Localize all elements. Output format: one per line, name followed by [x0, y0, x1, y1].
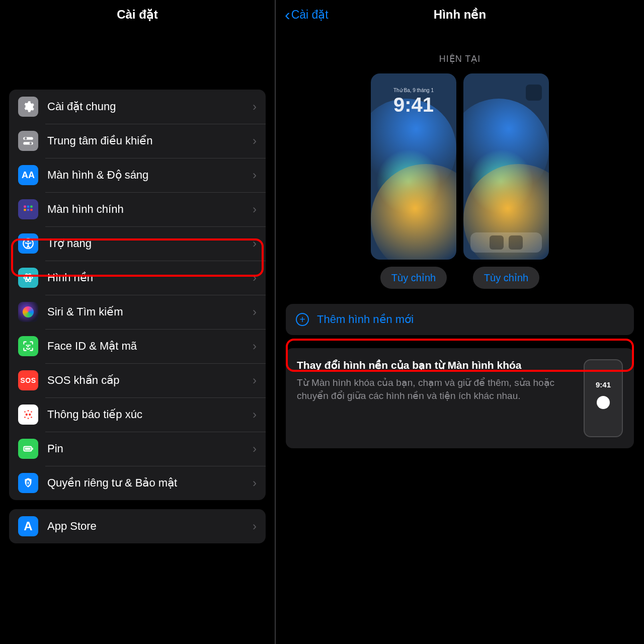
- svg-rect-6: [30, 205, 32, 207]
- chevron-right-icon: ›: [253, 373, 257, 387]
- widget-icon: [526, 85, 542, 101]
- chevron-right-icon: ›: [253, 305, 257, 319]
- sos-icon: SOS: [18, 370, 38, 390]
- row-label: Pin: [47, 442, 253, 455]
- row-label: Siri & Tìm kiếm: [47, 305, 253, 318]
- appstore-icon: A: [18, 516, 38, 536]
- svg-point-3: [29, 142, 32, 144]
- svg-rect-5: [27, 205, 29, 207]
- chevron-right-icon: ›: [253, 100, 257, 114]
- chevron-right-icon: ›: [253, 134, 257, 148]
- svg-point-22: [28, 410, 29, 412]
- svg-point-1: [25, 137, 27, 140]
- chevron-right-icon: ›: [253, 339, 257, 353]
- row-label: Trung tâm điều khiển: [47, 134, 253, 147]
- back-label: Cài đặt: [291, 8, 329, 22]
- tip-thumb-icon: 9:41: [584, 359, 623, 437]
- chevron-right-icon: ›: [253, 168, 257, 182]
- wallpaper-previews: Thứ Ba, 9 tháng 1 9:41 Tùy chỉnh Tùy chỉ…: [276, 73, 644, 289]
- wallpaper-pane: ‹ Cài đặt Hình nền HIỆN TẠI Thứ Ba, 9 th…: [276, 0, 644, 644]
- row-label: Trợ năng: [47, 237, 253, 250]
- settings-pane: Cài đặt Cài đặt chung › Trung tâm điều k…: [0, 0, 276, 644]
- lock-screen-preview[interactable]: Thứ Ba, 9 tháng 1 9:41 Tùy chỉnh: [371, 73, 456, 289]
- display-icon: AA: [18, 165, 38, 185]
- settings-group: Cài đặt chung › Trung tâm điều khiển › A…: [9, 90, 266, 500]
- row-label: Face ID & Mật mã: [47, 340, 253, 353]
- svg-point-13: [24, 276, 32, 280]
- add-wallpaper-label: Thêm hình nền mới: [317, 313, 414, 326]
- settings-row-control-center[interactable]: Trung tâm điều khiển ›: [9, 124, 266, 158]
- page-title: Cài đặt: [117, 8, 158, 22]
- chevron-right-icon: ›: [253, 236, 257, 251]
- back-button[interactable]: ‹ Cài đặt: [285, 7, 329, 23]
- lock-date: Thứ Ba, 9 tháng 1: [371, 88, 456, 93]
- settings-title-bar: Cài đặt: [0, 0, 275, 29]
- settings-row-exposure[interactable]: Thông báo tiếp xúc ›: [9, 397, 266, 432]
- settings-row-siri[interactable]: Siri & Tìm kiếm ›: [9, 295, 266, 329]
- privacy-icon: [18, 473, 38, 493]
- svg-point-23: [28, 418, 29, 419]
- row-label: Quyền riêng tư & Bảo mật: [47, 476, 253, 490]
- svg-rect-25: [32, 448, 33, 450]
- tip-title: Thay đổi hình nền của bạn từ Màn hình kh…: [297, 359, 574, 371]
- faceid-icon: [18, 336, 38, 356]
- svg-point-19: [31, 411, 32, 413]
- settings-row-appstore[interactable]: A App Store ›: [9, 509, 266, 543]
- settings-row-general[interactable]: Cài đặt chung ›: [9, 90, 266, 124]
- settings-row-sos[interactable]: SOS SOS khẩn cấp ›: [9, 363, 266, 397]
- current-header: HIỆN TẠI: [276, 53, 644, 64]
- home-thumb: [463, 73, 549, 260]
- settings-row-display[interactable]: AA Màn hình & Độ sáng ›: [9, 158, 266, 192]
- customize-lock-button[interactable]: Tùy chỉnh: [380, 267, 447, 289]
- svg-point-21: [31, 417, 32, 418]
- tip-card: Thay đổi hình nền của bạn từ Màn hình kh…: [286, 348, 634, 448]
- row-label: Cài đặt chung: [47, 100, 253, 113]
- settings-row-home-screen[interactable]: Màn hình chính ›: [9, 192, 266, 226]
- settings-row-faceid[interactable]: Face ID & Mật mã ›: [9, 329, 266, 363]
- accessibility-icon: [18, 233, 38, 254]
- svg-rect-7: [24, 209, 26, 211]
- home-screen-icon: [18, 199, 38, 219]
- dock-icon: [470, 232, 542, 253]
- add-wallpaper-button[interactable]: + Thêm hình nền mới: [286, 304, 634, 335]
- tip-body: Từ Màn hình khóa của bạn, chạm và giữ để…: [297, 376, 574, 402]
- chevron-right-icon: ›: [253, 202, 257, 216]
- siri-icon: [18, 302, 38, 322]
- cursor-dot-icon: [597, 396, 610, 409]
- row-label: Màn hình & Độ sáng: [47, 169, 253, 182]
- chevron-left-icon: ‹: [285, 7, 290, 23]
- wallpaper-icon: [18, 268, 38, 288]
- row-label: Thông báo tiếp xúc: [47, 408, 253, 421]
- lock-time: 9:41: [371, 94, 456, 116]
- svg-point-20: [24, 417, 26, 418]
- plus-circle-icon: +: [296, 313, 309, 326]
- svg-rect-4: [24, 205, 26, 207]
- chevron-right-icon: ›: [253, 476, 257, 490]
- page-title: Hình nền: [434, 8, 486, 22]
- home-screen-preview[interactable]: Tùy chỉnh: [463, 73, 549, 289]
- wallpaper-title-bar: ‹ Cài đặt Hình nền: [276, 0, 644, 29]
- row-label: SOS khẩn cấp: [47, 374, 253, 387]
- svg-point-16: [26, 414, 28, 416]
- row-label: Màn hình chính: [47, 203, 253, 216]
- chevron-right-icon: ›: [253, 271, 257, 285]
- exposure-icon: [18, 405, 38, 425]
- svg-point-17: [29, 414, 31, 416]
- battery-icon: [18, 439, 38, 459]
- settings-row-battery[interactable]: Pin ›: [9, 432, 266, 466]
- settings-row-accessibility[interactable]: Trợ năng ›: [9, 226, 266, 261]
- customize-home-button[interactable]: Tùy chỉnh: [473, 267, 539, 289]
- settings-row-wallpaper[interactable]: Hình nền ›: [9, 261, 266, 295]
- gear-icon: [18, 97, 38, 117]
- control-center-icon: [18, 131, 38, 151]
- chevron-right-icon: ›: [253, 442, 257, 456]
- chevron-right-icon: ›: [253, 408, 257, 422]
- svg-point-18: [24, 411, 26, 413]
- lock-thumb: Thứ Ba, 9 tháng 1 9:41: [371, 73, 456, 260]
- svg-rect-26: [25, 448, 31, 450]
- row-label: App Store: [47, 520, 253, 533]
- svg-point-11: [27, 240, 29, 242]
- settings-row-privacy[interactable]: Quyền riêng tư & Bảo mật ›: [9, 466, 266, 500]
- chevron-right-icon: ›: [253, 519, 257, 533]
- tip-text: Thay đổi hình nền của bạn từ Màn hình kh…: [297, 359, 574, 437]
